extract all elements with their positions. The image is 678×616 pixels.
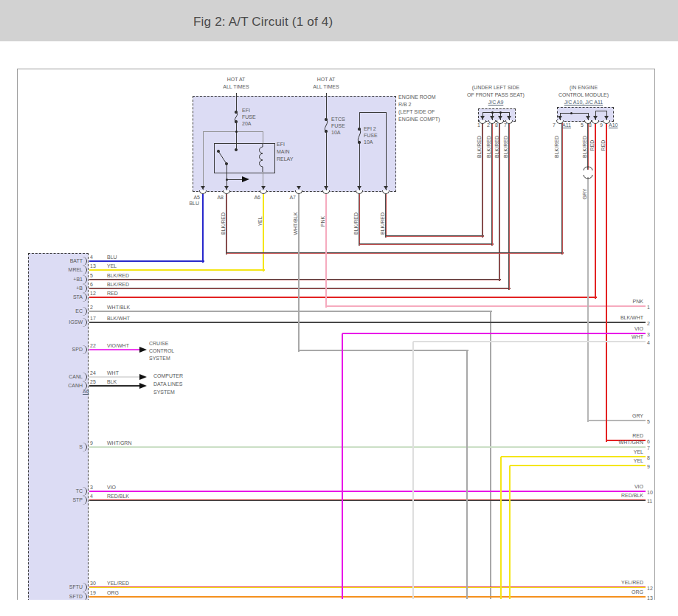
pin-arrow-icon bbox=[507, 116, 511, 120]
pin-arrow-icon bbox=[490, 116, 494, 120]
stub-color-label: VIO bbox=[634, 484, 643, 490]
ecm-pin-number: 2 bbox=[90, 305, 93, 311]
ecm-pin-label-tc: TC bbox=[76, 488, 83, 494]
pin-arrow-icon bbox=[480, 116, 485, 120]
jc-a10-a11-ref[interactable]: J/C A10, J/C A11 bbox=[564, 100, 603, 105]
jc-a10-caption-1: (IN ENGINE bbox=[570, 85, 598, 91]
stub-color-label: WHT bbox=[632, 334, 643, 340]
etcs-fuse-3: 10A bbox=[331, 130, 340, 136]
etcs-fuse-2: FUSE bbox=[331, 123, 345, 129]
ecm-pin-label-igsw: IGSW bbox=[69, 319, 83, 325]
junction-dot bbox=[499, 111, 502, 114]
ecm-wire-color-label: BLK/RED bbox=[107, 282, 129, 288]
pin-arrow-icon bbox=[201, 186, 205, 190]
efi-main-relay-2: MAIN bbox=[277, 149, 290, 155]
ecm-wire-color-label: BLK/WHT bbox=[107, 316, 130, 322]
rb2-caption-1: ENGINE ROOM bbox=[398, 94, 436, 100]
ecm-pin-label-stp: STP bbox=[72, 497, 83, 503]
efi-fuse-symbol bbox=[235, 111, 237, 122]
stub-number: 10 bbox=[647, 490, 653, 496]
all-times-1: ALL TIMES bbox=[223, 84, 249, 90]
rb2-caption-2: R/B 2 bbox=[398, 102, 412, 108]
rb2-caption-3: (LEFT SIDE OF bbox=[398, 109, 435, 115]
stub-number: 7 bbox=[647, 446, 650, 451]
stub-number: 9 bbox=[647, 464, 650, 470]
jc-a9-pin-1: 1 bbox=[477, 122, 480, 128]
computer-3: SYSTEM bbox=[153, 390, 175, 395]
wire-color-label-blk-red: BLK/RED bbox=[477, 136, 482, 158]
jc-a9-pin-2: 2 bbox=[487, 122, 490, 128]
junction-dot bbox=[226, 179, 228, 181]
ecm-wire-color-label: VIO bbox=[107, 485, 116, 491]
ecm-pin-label-spd: SPD bbox=[72, 347, 83, 353]
ecm-pin-label-ec: EC bbox=[75, 308, 83, 314]
wire-color-label-blk-red: BLK/RED bbox=[503, 136, 508, 158]
efi-fuse-2: FUSE bbox=[242, 114, 256, 120]
stub-color-label: WHT/GRN bbox=[619, 440, 643, 446]
ecm-pin-number: 24 bbox=[90, 370, 96, 376]
junction-dot bbox=[570, 112, 573, 114]
junction-dot bbox=[491, 111, 494, 114]
stub-color-label: VIO bbox=[634, 326, 643, 332]
pin-a6: A6 bbox=[254, 195, 260, 201]
jc-a10-caption-2: CONTROL MODULE) bbox=[558, 92, 609, 98]
flow-arrow-icon bbox=[139, 383, 147, 389]
jc-pin-5: 5 bbox=[581, 122, 584, 128]
jc-a11-pin-7: 7 bbox=[553, 122, 556, 128]
stub-number: 11 bbox=[647, 499, 652, 505]
ecm-wire-color-label: VIO/WHT bbox=[107, 343, 129, 349]
stub-color-label: YEL bbox=[634, 449, 643, 455]
jc-a10-pin-9: 9 bbox=[600, 122, 603, 128]
jc-a9-pin-7: 7 bbox=[504, 122, 507, 128]
pin-arrow-icon bbox=[604, 116, 609, 120]
relay-coil-symbol bbox=[260, 143, 263, 172]
pin-arrow-icon bbox=[586, 116, 590, 120]
diagram-layer: HOT ATALL TIMESHOT ATALL TIMESEFIFUSE20A… bbox=[17, 69, 655, 600]
ecm-pin-label-batt: BATT bbox=[70, 258, 83, 264]
ecm-wire-color-label: BLK bbox=[107, 379, 117, 385]
ecm-pin-label-canl: CANL bbox=[69, 374, 83, 380]
cruise-2: CONTROL bbox=[149, 348, 174, 354]
ecm-wire-color-label: WHT/GRN bbox=[107, 440, 131, 446]
ecm-pin-label-plusb1: +B1 bbox=[73, 277, 83, 283]
ecm-pin-number: 12 bbox=[90, 291, 96, 297]
page: Fig 2: A/T Circuit (1 of 4) bbox=[0, 0, 678, 616]
ecm-pin-label-sftu: SFTU bbox=[69, 584, 83, 590]
hot-at-2: HOT AT bbox=[317, 77, 336, 83]
stub-color-label: RED bbox=[632, 433, 643, 439]
wire-color-label-blk-red: BLK/RED bbox=[221, 212, 226, 235]
wire-color-label-red: RED bbox=[601, 140, 606, 151]
stub-color-label: YEL bbox=[634, 458, 643, 464]
stub-color-label: RED/BLK bbox=[621, 493, 643, 499]
ecm-pin-label-mrel: MREL bbox=[69, 267, 83, 273]
ecm-wire-color-label: BLU bbox=[107, 255, 117, 260]
ecm-wire-color-label: WHT bbox=[107, 370, 119, 376]
jc-pin-8: 8 bbox=[589, 122, 592, 128]
inline-connector-symbol bbox=[584, 167, 592, 179]
wire-color-label-blk-red: BLK/RED bbox=[353, 212, 359, 235]
wire-color-label-blk-red: BLK/RED bbox=[494, 136, 499, 158]
ecm-wire-color-label: RED/BLK bbox=[107, 494, 129, 499]
pin-arrow-icon bbox=[357, 186, 362, 190]
wire-color-label-blk-red: BLK/RED bbox=[486, 136, 491, 158]
jc-a9-ref[interactable]: J/C A9 bbox=[488, 100, 504, 105]
ref-a11[interactable]: A11 bbox=[562, 122, 571, 128]
jc-a9-caption-2: OF FRONT PASS SEAT) bbox=[467, 92, 525, 98]
ecm-pin-number: 9 bbox=[90, 440, 93, 446]
wire-color-label-wht-blk: WHT/BLK bbox=[293, 212, 298, 235]
wire-color-label-red: RED bbox=[589, 140, 595, 151]
ecm-pin-number: 19 bbox=[90, 590, 96, 596]
relay-switch-symbol bbox=[217, 148, 237, 165]
efi-main-relay-1: EFI bbox=[277, 142, 285, 148]
ref-a10[interactable]: A10 bbox=[609, 122, 618, 128]
efi2-fuse-3: 10A bbox=[364, 139, 373, 145]
pin-arrow-icon bbox=[593, 116, 598, 120]
stub-color-label: ORG bbox=[632, 589, 643, 595]
ecm-pin-number: 5 bbox=[90, 273, 93, 279]
ecm-wire-color-label: ORG bbox=[107, 590, 119, 596]
ecm-pin-label-s: S bbox=[79, 444, 83, 450]
cruise-3: SYSTEM bbox=[149, 356, 170, 361]
figure-title: Fig 2: A/T Circuit (1 of 4) bbox=[193, 15, 333, 30]
stub-color-label: GRY bbox=[632, 413, 643, 419]
stub-number: 13 bbox=[647, 595, 653, 600]
